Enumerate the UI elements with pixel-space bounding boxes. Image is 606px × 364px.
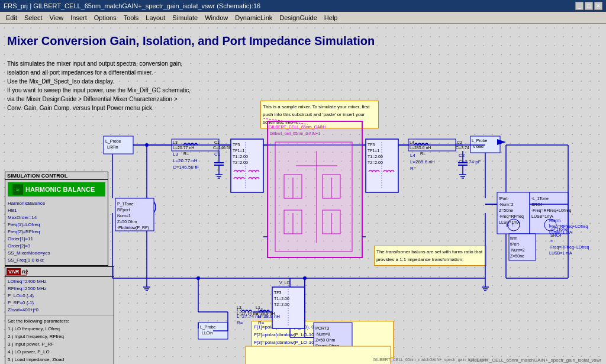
svg-text:·Num=2: ·Num=2	[499, 202, 514, 207]
svg-text:L=285.6 nH: L=285.6 nH	[410, 146, 431, 150]
l1-label: L1L=38.9 nHR=	[258, 307, 280, 326]
svg-marker-139	[497, 139, 506, 145]
svg-text:LUSB=1mA: LUSB=1mA	[531, 214, 553, 218]
svg-text:·=: ·=	[549, 239, 553, 243]
svg-text:LUSB=1 mA: LUSB=1 mA	[549, 230, 572, 234]
menu-bar: Edit Select View Insert Options Tools La…	[0, 12, 606, 24]
svg-rect-121	[246, 346, 391, 364]
svg-text:RFport: RFport	[117, 208, 130, 212]
svg-text:LLOin: LLOin	[202, 331, 213, 335]
window-controls[interactable]: _ □ ✕	[575, 2, 602, 10]
c1-label: C1	[214, 151, 220, 157]
svg-text:Num=1: Num=1	[117, 214, 131, 218]
menu-view[interactable]: View	[46, 13, 67, 22]
svg-text:GILBERT_CELL_65nm_GAIN+: GILBERT_CELL_65nm_GAIN+	[269, 125, 327, 130]
svg-text:TF1=1: TF1=1	[233, 149, 245, 153]
menu-insert[interactable]: Insert	[67, 13, 91, 22]
svg-text:PORT3: PORT3	[315, 326, 329, 330]
svg-text:L_Probe: L_Probe	[105, 139, 121, 144]
svg-text:C1: C1	[214, 140, 220, 144]
svg-text:Z=50ne: Z=50ne	[499, 208, 513, 212]
svg-text:L_Probe: L_Probe	[200, 325, 216, 330]
svg-text:GILBERT_CELL_65nm_matchGAIN+_s: GILBERT_CELL_65nm_matchGAIN+_spectr_gain…	[373, 357, 489, 362]
menu-layout[interactable]: Layout	[142, 13, 169, 22]
svg-text:↑: ↑	[511, 223, 514, 228]
svg-text:C2: C2	[457, 140, 462, 144]
svg-text:fIrm: fIrm	[510, 236, 517, 240]
svg-text:P_1Tone: P_1Tone	[117, 202, 134, 207]
svg-text:·Num=2: ·Num=2	[510, 248, 525, 252]
close-button[interactable]: ✕	[594, 2, 602, 10]
svg-text:fPort·: fPort·	[510, 242, 520, 246]
svg-text:T1=2.00: T1=2.00	[274, 297, 289, 301]
svg-text:Gilbert_cell_65nm_GAIN+1: Gilbert_cell_65nm_GAIN+1	[270, 131, 321, 136]
svg-text:·L_1Tone: ·L_1Tone	[531, 197, 549, 201]
svg-text:·Num=8: ·Num=8	[315, 332, 330, 336]
title-bar: ERS_prj ] GILBERT_CELL_65nm_matchGAIN+_s…	[0, 0, 606, 12]
svg-text:·Pbdmtow(P_RF): ·Pbdmtow(P_RF)	[117, 226, 149, 230]
circuit-svg: L_Probe LRFin ~ VRFin P_1Tone RFport Num…	[0, 24, 606, 364]
c2-label: C2C=3.74 pF	[459, 152, 481, 165]
l4-label: L4L=285.6 nHR=	[410, 152, 435, 172]
svg-text:TF3: TF3	[274, 291, 282, 295]
svg-text:L_Probe: L_Probe	[472, 138, 488, 143]
svg-text:fPort·: fPort·	[499, 197, 509, 201]
svg-text:Z=50 Ohm: Z=50 Ohm	[315, 338, 335, 342]
svg-point-144	[303, 276, 307, 280]
svg-rect-34	[231, 139, 263, 192]
menu-edit[interactable]: Edit	[2, 13, 21, 22]
menu-dynamiclink[interactable]: DynamicLink	[231, 13, 276, 22]
svg-text:↑: ↑	[548, 223, 550, 228]
svg-text:TF1=1: TF1=1	[368, 149, 380, 153]
svg-text:T1=2.00: T1=2.00	[368, 154, 383, 159]
schematic-canvas[interactable]: Mixer Conversion Gain, Isolation, and Po…	[0, 24, 606, 364]
svg-text:T2=2.00: T2=2.00	[368, 160, 383, 165]
svg-text:LUSB=1 mA: LUSB=1 mA	[549, 251, 572, 255]
svg-text:L=20.77 nH: L=20.77 nH	[173, 146, 194, 150]
menu-options[interactable]: Options	[91, 13, 120, 22]
menu-window[interactable]: Window	[201, 13, 231, 22]
svg-text:T2=2.00: T2=2.00	[274, 302, 289, 307]
svg-text:L3: L3	[173, 140, 178, 144]
svg-text:L4: L4	[410, 140, 414, 144]
menu-tools[interactable]: Tools	[120, 13, 143, 22]
svg-text:TF3: TF3	[233, 143, 240, 147]
svg-point-145	[196, 276, 200, 280]
svg-text:·Freq=RFfreq+LOfreq: ·Freq=RFfreq+LOfreq	[531, 208, 571, 213]
menu-select[interactable]: Select	[21, 13, 46, 22]
svg-text:TF3: TF3	[368, 143, 375, 147]
svg-rect-55	[366, 139, 398, 192]
maximize-button[interactable]: □	[585, 2, 593, 10]
title-bar-text: ERS_prj ] GILBERT_CELL_65nm_matchGAIN+_s…	[4, 2, 260, 9]
svg-text:Z=50ne: Z=50ne	[510, 254, 524, 258]
svg-text:·Freq=RFfreq+LOfreq: ·Freq=RFfreq+LOfreq	[549, 245, 589, 250]
menu-simulate[interactable]: Simulate	[169, 13, 201, 22]
menu-help[interactable]: Help	[321, 13, 341, 22]
l3-label: L3L=20.77 nHC=146.58 fF	[173, 151, 199, 170]
svg-point-146	[145, 143, 149, 147]
svg-text:LRFin: LRFin	[107, 145, 118, 149]
svg-text:V_LO_: V_LO_	[279, 281, 292, 285]
svg-text:·Freq=RFfreq: ·Freq=RFfreq	[499, 214, 524, 219]
menu-designguide[interactable]: DesignGuide	[276, 13, 321, 22]
minimize-button[interactable]: _	[575, 2, 584, 10]
svg-text:Z=50 Ohm: Z=50 Ohm	[117, 220, 137, 224]
